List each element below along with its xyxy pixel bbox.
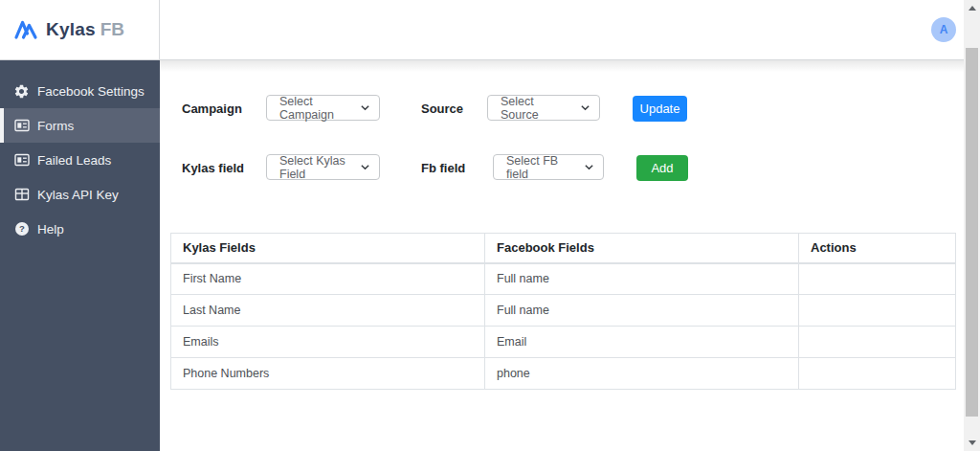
app-header: KylasFB A: [0, 0, 964, 60]
sidebar-item-help[interactable]: ? Help: [0, 212, 160, 246]
sidebar-item-label: Failed Leads: [37, 153, 111, 168]
facebook-field-cell: phone: [485, 358, 799, 390]
fb-field-label: Fb field: [421, 161, 465, 175]
field-mapping-table: Kylas Fields Facebook Fields Actions Fir…: [170, 233, 956, 390]
facebook-field-cell: Full name: [485, 263, 799, 295]
gear-icon: [13, 83, 30, 100]
actions-cell: [799, 327, 956, 358]
brand-suffix: FB: [100, 19, 124, 39]
scroll-down-icon[interactable]: [964, 435, 980, 451]
sidebar: Facebook Settings Forms Failed Leads: [0, 60, 160, 451]
add-button[interactable]: Add: [636, 155, 688, 181]
help-circle-icon: ?: [13, 221, 30, 237]
source-select[interactable]: Select Source: [487, 95, 600, 121]
actions-cell: [799, 295, 956, 327]
campaign-select[interactable]: Select Campaign: [266, 95, 380, 121]
kylas-field-select-value: Select Kylas Field: [279, 154, 354, 181]
user-avatar[interactable]: A: [931, 17, 956, 42]
source-select-value: Select Source: [501, 95, 574, 122]
column-header-actions: Actions: [799, 234, 956, 263]
campaign-label: Campaign: [182, 101, 242, 116]
table-grid-icon: [13, 187, 30, 203]
table-row: Emails Email: [171, 327, 956, 358]
main-content: Campaign Select Campaign Source Select S…: [160, 60, 964, 451]
campaign-select-value: Select Campaign: [279, 95, 354, 122]
chevron-down-icon: [360, 162, 370, 172]
update-button[interactable]: Update: [633, 96, 687, 122]
actions-cell: [799, 358, 956, 390]
table-row: Last Name Full name: [171, 295, 956, 327]
chevron-down-icon: [580, 102, 590, 113]
sidebar-item-facebook-settings[interactable]: Facebook Settings: [0, 74, 160, 108]
facebook-field-cell: Email: [485, 327, 799, 358]
table-row: Phone Numbers phone: [171, 358, 956, 390]
column-header-kylas-fields: Kylas Fields: [171, 234, 485, 263]
sidebar-item-label: Help: [37, 222, 64, 237]
svg-text:?: ?: [19, 223, 25, 234]
kylas-field-cell: First Name: [171, 263, 485, 295]
form-card-icon: [13, 118, 30, 134]
actions-cell: [799, 263, 956, 295]
sidebar-item-kylas-api-key[interactable]: Kylas API Key: [0, 177, 160, 212]
sidebar-item-failed-leads[interactable]: Failed Leads: [0, 143, 160, 177]
chevron-down-icon: [584, 162, 594, 172]
table-row: First Name Full name: [171, 263, 956, 295]
scrollbar-thumb[interactable]: [966, 48, 978, 417]
scroll-up-icon[interactable]: [964, 0, 980, 16]
table-header-row: Kylas Fields Facebook Fields Actions: [171, 234, 956, 263]
sidebar-item-label: Forms: [37, 119, 74, 133]
facebook-field-cell: Full name: [485, 295, 799, 327]
kylas-field-cell: Last Name: [171, 295, 485, 327]
kylas-field-cell: Emails: [171, 327, 485, 358]
sidebar-item-forms[interactable]: Forms: [0, 108, 160, 143]
brand-name: Kylas: [46, 19, 96, 39]
kylas-field-cell: Phone Numbers: [171, 358, 485, 390]
column-header-facebook-fields: Facebook Fields: [485, 234, 799, 263]
fb-field-select-value: Select FB field: [506, 154, 578, 181]
form-card-icon: [13, 152, 30, 169]
kylas-logo-icon: [13, 18, 38, 41]
fb-field-select[interactable]: Select FB field: [493, 154, 604, 180]
logo[interactable]: KylasFB: [0, 0, 160, 59]
sidebar-item-label: Kylas API Key: [37, 188, 119, 202]
kylas-field-label: Kylas field: [182, 161, 244, 175]
sidebar-item-label: Facebook Settings: [37, 84, 145, 99]
source-label: Source: [421, 101, 463, 116]
chevron-down-icon: [360, 102, 370, 113]
vertical-scrollbar[interactable]: [964, 0, 980, 451]
kylas-field-select[interactable]: Select Kylas Field: [266, 154, 380, 180]
